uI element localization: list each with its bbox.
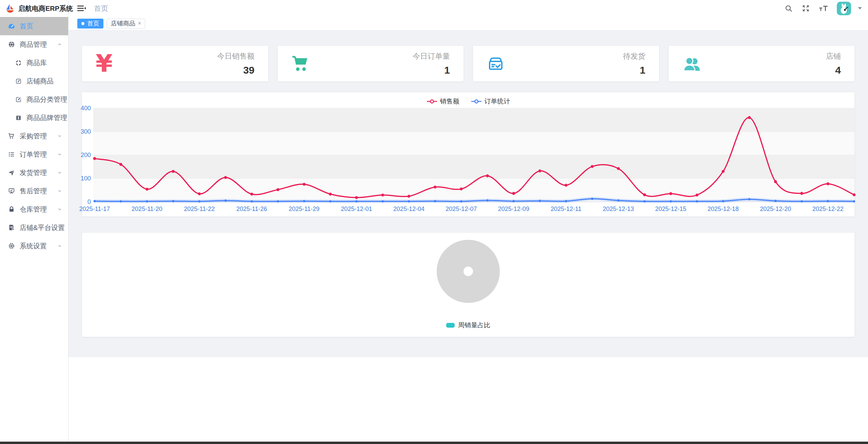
compass-icon bbox=[14, 59, 22, 67]
svg-text:2025-12-13: 2025-12-13 bbox=[603, 206, 634, 212]
main-content: ¥ 今日销售额 39 今日订单量 1 bbox=[68, 31, 868, 444]
sidebar-item-purchasing[interactable]: 采购管理 bbox=[0, 127, 68, 145]
stat-card-sales: ¥ 今日销售额 39 bbox=[82, 46, 268, 81]
sidebar-item-label: 售后管理 bbox=[20, 187, 47, 196]
chevron-up-icon bbox=[57, 42, 62, 47]
gear-icon bbox=[7, 242, 16, 250]
svg-text:2025-12-01: 2025-12-01 bbox=[341, 206, 372, 212]
svg-text:200: 200 bbox=[81, 152, 91, 158]
legend-item-orders[interactable]: 订单统计 bbox=[471, 97, 510, 106]
sidebar-item-label: 订单管理 bbox=[20, 150, 47, 159]
edit-doc-icon bbox=[14, 77, 22, 85]
dashboard-panel: ¥ 今日销售额 39 今日订单量 1 bbox=[68, 31, 868, 357]
chevron-down-icon bbox=[57, 244, 62, 248]
cart-icon bbox=[291, 55, 322, 73]
chevron-down-icon bbox=[57, 189, 62, 193]
doc-gear-icon bbox=[7, 224, 16, 232]
svg-text:2025-11-20: 2025-11-20 bbox=[132, 206, 162, 212]
package-icon bbox=[487, 55, 517, 73]
chevron-down-icon bbox=[57, 134, 62, 138]
sidebar-item-aftersales[interactable]: 售后管理 bbox=[0, 182, 68, 200]
cart-icon bbox=[7, 132, 16, 140]
donut-hole bbox=[463, 267, 473, 276]
svg-text:2025-11-22: 2025-11-22 bbox=[184, 206, 215, 212]
chevron-down-icon bbox=[57, 207, 62, 212]
app-logo-icon bbox=[5, 3, 16, 14]
list-icon bbox=[7, 150, 16, 158]
stat-label: 店铺 bbox=[826, 51, 841, 61]
stat-label: 今日销售额 bbox=[217, 51, 255, 61]
sidebar-item-label: 商品库 bbox=[26, 58, 47, 67]
app-logo-row: 启航电商ERP系统 bbox=[0, 0, 68, 17]
line-chart-plot: 01002003004002025-11-172025-11-202025-11… bbox=[82, 92, 854, 216]
legend-item-sales[interactable]: 销售额 bbox=[427, 97, 459, 106]
globe-icon bbox=[7, 40, 16, 49]
window-bottom-edge bbox=[0, 442, 868, 444]
sidebar-item-store-products[interactable]: 店铺商品 bbox=[0, 72, 68, 90]
legend-label: 订单统计 bbox=[485, 97, 510, 106]
sidebar-item-label: 商品品牌管理 bbox=[26, 113, 67, 122]
stat-label: 今日订单量 bbox=[413, 51, 450, 61]
legend-label: 周销量占比 bbox=[458, 321, 490, 330]
close-icon[interactable]: × bbox=[138, 21, 141, 26]
stat-value: 4 bbox=[826, 64, 841, 76]
sidebar-item-label: 商品管理 bbox=[20, 40, 47, 49]
svg-text:2025-12-04: 2025-12-04 bbox=[393, 206, 425, 212]
stat-card-orders: 今日订单量 1 bbox=[278, 46, 464, 81]
sidebar-item-product-brands[interactable]: 商品品牌管理 bbox=[0, 109, 68, 127]
chevron-down-icon bbox=[57, 170, 62, 175]
stat-card-pending-shipment: 待发货 1 bbox=[473, 46, 659, 81]
sidebar-item-warehouse[interactable]: 仓库管理 bbox=[0, 200, 68, 218]
line-chart-legend: 销售额 订单统计 bbox=[82, 97, 854, 106]
stat-card-stores: 店铺 4 bbox=[669, 46, 855, 81]
legend-label: 销售额 bbox=[440, 97, 459, 106]
svg-text:2025-12-20: 2025-12-20 bbox=[760, 206, 791, 212]
sidebar-item-product-categories[interactable]: 商品分类管理 bbox=[0, 90, 68, 109]
sidebar-item-label: 首页 bbox=[20, 22, 33, 31]
pie-chart-legend[interactable]: 周销量占比 bbox=[82, 321, 854, 330]
tag-store-products[interactable]: 店铺商品 × bbox=[107, 19, 145, 28]
app-title: 启航电商ERP系统 bbox=[18, 4, 73, 13]
svg-text:2025-11-17: 2025-11-17 bbox=[79, 206, 110, 212]
chevron-down-icon bbox=[57, 152, 62, 157]
sidebar-fold-icon[interactable] bbox=[77, 5, 86, 12]
sidebar-item-label: 采购管理 bbox=[20, 132, 47, 141]
yen-icon: ¥ bbox=[96, 53, 126, 75]
tag-label: 店铺商品 bbox=[111, 19, 135, 27]
sidebar-item-product-library[interactable]: 商品库 bbox=[0, 54, 68, 72]
sidebar-item-orders[interactable]: 订单管理 bbox=[0, 145, 68, 163]
send-icon bbox=[7, 169, 16, 177]
svg-text:400: 400 bbox=[81, 105, 91, 112]
svg-text:2025-11-29: 2025-11-29 bbox=[289, 206, 320, 212]
sidebar-item-home[interactable]: 首页 bbox=[0, 17, 68, 35]
breadcrumb[interactable]: 首页 bbox=[94, 4, 108, 13]
stat-value: 1 bbox=[413, 64, 450, 76]
header-actions bbox=[785, 2, 862, 15]
search-icon[interactable] bbox=[785, 4, 793, 13]
lock-icon bbox=[7, 205, 16, 213]
avatar-dropdown-caret-icon[interactable] bbox=[858, 7, 862, 9]
svg-text:2025-12-22: 2025-12-22 bbox=[812, 206, 844, 212]
active-tag-dot bbox=[81, 22, 84, 25]
sidebar-item-products[interactable]: 商品管理 bbox=[0, 35, 68, 54]
tag-home[interactable]: 首页 bbox=[77, 19, 103, 28]
svg-text:2025-11-26: 2025-11-26 bbox=[236, 206, 267, 212]
stat-cards-row: ¥ 今日销售额 39 今日订单量 1 bbox=[82, 31, 854, 81]
info-square-icon bbox=[14, 114, 22, 122]
fullscreen-icon[interactable] bbox=[802, 4, 810, 13]
font-size-icon[interactable] bbox=[819, 5, 828, 12]
stat-value: 1 bbox=[623, 64, 646, 76]
svg-text:2025-12-15: 2025-12-15 bbox=[655, 206, 686, 212]
sales-line-chart-card: 销售额 订单统计 01002003004002025-11-172025-11-… bbox=[82, 92, 854, 216]
dashboard-icon bbox=[7, 22, 16, 30]
svg-text:2025-12-18: 2025-12-18 bbox=[708, 206, 739, 212]
board-check-icon bbox=[7, 187, 16, 195]
tags-view-bar: 首页 店铺商品 × bbox=[68, 17, 868, 31]
sidebar-item-shipping[interactable]: 发货管理 bbox=[0, 163, 68, 182]
sidebar-item-label: 商品分类管理 bbox=[26, 95, 67, 104]
sidebar-item-store-platform-settings[interactable]: 店铺&平台设置 bbox=[0, 218, 68, 237]
stat-label: 待发货 bbox=[623, 51, 646, 61]
sidebar-item-system-settings[interactable]: 系统设置 bbox=[0, 237, 68, 255]
user-avatar[interactable] bbox=[837, 2, 851, 15]
stat-value: 39 bbox=[217, 64, 255, 76]
